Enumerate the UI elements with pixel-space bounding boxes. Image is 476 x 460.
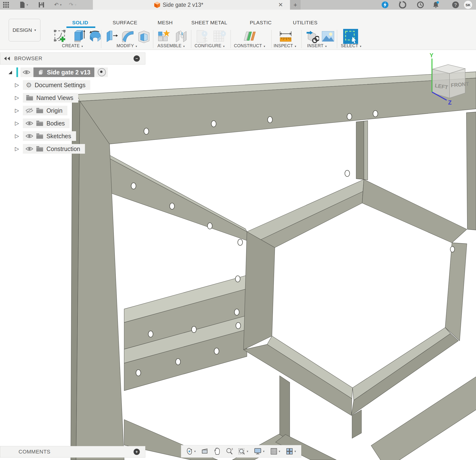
measure-icon[interactable]	[279, 29, 293, 43]
activate-component-radio[interactable]	[98, 68, 106, 76]
active-tab-underline	[66, 26, 95, 28]
tree-row-bodies[interactable]: ▷ Bodies	[15, 119, 69, 128]
insert-derive-icon[interactable]	[305, 29, 319, 43]
gate-diagonal-brace[interactable]	[110, 155, 254, 241]
job-status-icon[interactable]	[399, 1, 406, 9]
expand-chevron-icon[interactable]: ▷	[15, 133, 19, 139]
joint-icon[interactable]	[174, 29, 188, 43]
tree-row-origin[interactable]: ▷ Origin	[15, 106, 67, 115]
eye-visible-icon[interactable]	[25, 120, 34, 127]
canvas-image-icon[interactable]	[321, 29, 335, 43]
folder-icon	[36, 120, 43, 126]
configuration-table-icon[interactable]	[213, 29, 227, 43]
selection-teal-bar	[16, 68, 18, 77]
plus-icon: +	[293, 1, 297, 9]
eye-hidden-icon[interactable]	[25, 107, 34, 114]
expand-chevron-icon[interactable]: ▷	[15, 107, 19, 114]
zoom-button[interactable]: ±	[226, 448, 233, 455]
gate-mid-rails[interactable]	[124, 275, 247, 391]
expand-chevron-icon[interactable]: ▷	[15, 95, 19, 101]
group-insert[interactable]: INSERT▼	[307, 43, 327, 48]
eye-visible-icon[interactable]	[22, 69, 31, 76]
redo-button[interactable]: ↷▼	[69, 0, 77, 10]
look-at-button[interactable]	[201, 448, 209, 455]
viewports-button[interactable]: ▼	[286, 448, 297, 455]
browser-panel-header[interactable]: BROWSER −	[0, 52, 145, 65]
gate-model[interactable]	[71, 72, 476, 460]
component-cube-icon	[37, 69, 44, 76]
group-inspect[interactable]: INSPECT▼	[274, 43, 297, 48]
expand-chevron-icon[interactable]: ▷	[15, 82, 19, 88]
workspace-selector[interactable]: DESIGN ▼	[9, 19, 40, 41]
gate-strut[interactable]	[356, 121, 368, 180]
gate-top-rail[interactable]	[76, 72, 476, 144]
expand-chevron-icon[interactable]: ▷	[15, 120, 19, 126]
tab-sheet-metal[interactable]: SHEET METAL	[191, 20, 227, 26]
svg-text:±: ±	[231, 448, 233, 451]
app-grid-icon[interactable]	[3, 2, 9, 8]
display-settings-button[interactable]: ▼	[254, 448, 265, 455]
undo-button[interactable]: ↶▼	[54, 0, 62, 10]
tab-solid[interactable]: SOLID	[72, 20, 88, 26]
new-component-icon[interactable]	[157, 29, 171, 43]
tree-label: Bodies	[45, 120, 68, 127]
new-tab-button[interactable]: +	[290, 0, 301, 10]
add-comment-button[interactable]: +	[134, 449, 140, 455]
revolve-icon[interactable]	[88, 29, 102, 43]
gate-right-strut[interactable]	[466, 112, 476, 230]
gear-icon: ⚙	[26, 81, 32, 89]
group-divider	[153, 30, 153, 48]
clock-history-icon[interactable]	[417, 1, 424, 9]
root-component-chip[interactable]: Side gate 2 v13	[34, 68, 94, 77]
shell-icon[interactable]	[137, 29, 151, 43]
extensions-bolt-icon[interactable]	[382, 1, 389, 9]
gate-hexagon-ring[interactable]	[244, 179, 467, 416]
group-configure[interactable]: CONFIGURE▼	[195, 43, 225, 48]
group-select[interactable]: SELECT▼	[341, 43, 362, 48]
tree-label: Named Views	[35, 95, 77, 101]
tree-label: Document Settings	[33, 82, 89, 89]
workspace-label: DESIGN	[13, 27, 32, 33]
expand-triangle-icon[interactable]	[7, 69, 13, 75]
tree-row-construction[interactable]: ▷ Construction	[15, 144, 85, 154]
zoom-window-button[interactable]: ▼	[238, 448, 249, 455]
comments-panel[interactable]: COMMENTS +	[0, 446, 145, 458]
select-icon[interactable]	[343, 28, 358, 44]
tab-mesh[interactable]: MESH	[158, 20, 173, 26]
press-pull-icon[interactable]	[105, 29, 119, 43]
folder-icon	[36, 146, 43, 152]
eye-visible-icon[interactable]	[25, 132, 34, 140]
group-create[interactable]: CREATE▼	[62, 43, 83, 48]
file-menu-button[interactable]: ▼	[20, 1, 29, 8]
expand-chevron-icon[interactable]: ▷	[15, 146, 19, 152]
extrude-icon[interactable]	[72, 29, 86, 43]
help-icon[interactable]: ?	[452, 1, 459, 9]
eye-visible-icon[interactable]	[25, 145, 34, 152]
tree-row-root[interactable]: Side gate 2 v13	[7, 68, 108, 77]
document-title: Side gate 2 v13*	[163, 2, 203, 8]
pan-button[interactable]	[214, 448, 221, 455]
tree-row-named-views[interactable]: ▷ Named Views	[15, 93, 78, 103]
collapse-panel-icon[interactable]	[4, 56, 11, 61]
group-construct[interactable]: CONSTRUCT▼	[234, 43, 266, 48]
tab-surface[interactable]: SURFACE	[113, 20, 137, 26]
tab-plastic[interactable]: PLASTIC	[250, 20, 272, 26]
browser-minimize-button[interactable]: −	[134, 55, 140, 62]
tree-row-document-settings[interactable]: ▷ ⚙ Document Settings	[15, 80, 90, 90]
configure-icon[interactable]	[195, 29, 209, 43]
document-tab[interactable]: Side gate 2 v13*	[154, 0, 255, 10]
grid-settings-button[interactable]: ▼	[270, 448, 281, 455]
user-avatar[interactable]: SK	[464, 1, 472, 9]
save-icon[interactable]	[38, 2, 44, 8]
fillet-icon[interactable]	[121, 29, 135, 43]
tab-utilities[interactable]: UTILITIES	[293, 20, 318, 26]
group-modify[interactable]: MODIFY▼	[117, 43, 138, 48]
file-icon	[20, 1, 25, 8]
create-sketch-icon[interactable]	[53, 29, 67, 43]
group-assemble[interactable]: ASSEMBLE▼	[157, 43, 185, 48]
construct-plane-icon[interactable]	[243, 29, 256, 43]
notifications-bell-icon[interactable]	[432, 1, 439, 9]
close-tab-button[interactable]: ✕	[277, 1, 284, 9]
orbit-button[interactable]: ▼	[186, 448, 196, 455]
tree-row-sketches[interactable]: ▷ Sketches	[15, 131, 76, 141]
